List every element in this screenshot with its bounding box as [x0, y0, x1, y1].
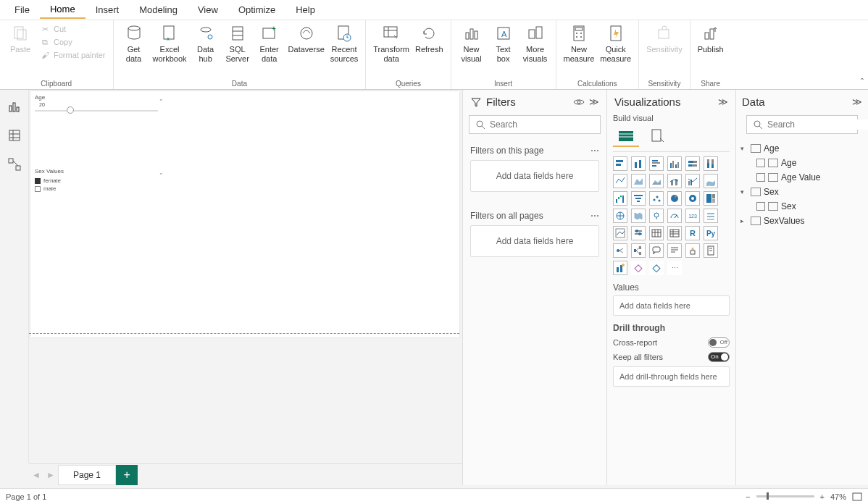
new-visual-button[interactable]: New visual [456, 22, 488, 65]
model-view-button[interactable] [5, 155, 24, 174]
menu-home[interactable]: Home [40, 1, 85, 19]
table-age[interactable]: ▾Age [740, 141, 864, 156]
menu-modeling[interactable]: Modeling [129, 1, 188, 18]
viz-qa[interactable] [649, 243, 664, 258]
text-box-button[interactable]: AText box [488, 22, 519, 65]
filters-on-page-drop[interactable]: Add data fields here [470, 160, 599, 192]
viz-clustered-bar[interactable] [649, 156, 664, 171]
viz-multi-row-card[interactable] [704, 209, 718, 223]
values-drop[interactable]: Add data fields here [613, 295, 730, 316]
drillthrough-drop[interactable]: Add drill-through fields here [613, 366, 730, 387]
viz-donut[interactable] [685, 191, 700, 206]
viz-scatter[interactable] [649, 191, 664, 206]
viz-area[interactable] [631, 174, 646, 188]
collapse-filters-icon[interactable]: ≫ [589, 96, 599, 107]
viz-line[interactable] [613, 174, 627, 188]
collapse-data-icon[interactable]: ≫ [852, 96, 862, 107]
add-page-button[interactable]: + [116, 465, 138, 485]
ribbon-collapse-button[interactable]: ˆ [861, 77, 864, 88]
filters-search-input[interactable] [490, 119, 598, 130]
cut-button[interactable]: ✂Cut [36, 23, 109, 36]
viz-waterfall[interactable] [613, 191, 627, 206]
more-icon[interactable]: ⋯ [591, 146, 599, 156]
viz-funnel[interactable] [631, 191, 646, 206]
menu-file[interactable]: File [4, 1, 40, 18]
chevron-down-icon[interactable]: ⌄ [159, 169, 164, 176]
more-icon[interactable]: ⋯ [591, 211, 599, 221]
enter-data-button[interactable]: +Enter data [254, 22, 285, 65]
viz-pie[interactable] [667, 191, 682, 206]
viz-metrics[interactable] [685, 243, 700, 258]
viz-power-apps[interactable] [613, 261, 627, 275]
viz-treemap[interactable] [704, 191, 718, 206]
viz-map[interactable] [613, 209, 627, 223]
collapse-viz-icon[interactable]: ≫ [718, 96, 728, 107]
viz-gauge[interactable] [667, 209, 682, 223]
checkbox[interactable] [756, 159, 765, 167]
paste-button[interactable]: Paste [4, 22, 36, 56]
checkbox[interactable] [756, 173, 765, 182]
refresh-button[interactable]: Refresh [412, 22, 446, 56]
chevron-down-icon[interactable]: ⌄ [159, 96, 164, 102]
filters-search[interactable] [469, 115, 601, 134]
viz-azure-map[interactable] [649, 209, 664, 223]
field-age-value[interactable]: Age Value [740, 170, 864, 185]
data-view-button[interactable] [5, 126, 24, 145]
viz-diamond-1[interactable] [631, 261, 646, 275]
field-age[interactable]: Age [740, 156, 864, 170]
copy-button[interactable]: ⧉Copy [36, 36, 109, 49]
data-search[interactable] [746, 115, 858, 134]
viz-paginated[interactable] [704, 243, 718, 258]
viz-line-stacked-column[interactable] [667, 174, 682, 188]
sensitivity-button[interactable]: Sensitivity [643, 22, 685, 56]
viz-table[interactable] [649, 226, 664, 240]
prev-page-button[interactable]: ◄ [29, 470, 43, 480]
table-sexvalues[interactable]: ▸SexValues [740, 214, 864, 228]
viz-stacked-column[interactable] [631, 156, 646, 171]
format-visual-mode[interactable] [645, 125, 671, 147]
menu-optimize[interactable]: Optimize [228, 1, 285, 18]
recent-sources-button[interactable]: Recent sources [327, 22, 362, 65]
viz-key-influencers[interactable] [613, 243, 627, 258]
viz-clustered-column[interactable] [667, 156, 682, 171]
excel-workbook-button[interactable]: xExcel workbook [150, 22, 190, 65]
viz-smart-narrative[interactable] [667, 243, 682, 258]
slider-thumb[interactable] [67, 106, 74, 114]
table-sex[interactable]: ▾Sex [740, 185, 864, 199]
field-sex[interactable]: Sex [740, 199, 864, 214]
quick-measure-button[interactable]: Quick measure [597, 22, 634, 65]
viz-stacked-bar[interactable] [613, 156, 627, 171]
checkbox-male[interactable] [35, 186, 41, 192]
data-hub-button[interactable]: Data hub [190, 22, 222, 65]
viz-more-button[interactable]: ⋯ [667, 261, 682, 275]
publish-button[interactable]: Publish [695, 22, 727, 56]
viz-card[interactable]: 123 [685, 209, 700, 223]
viz-stacked-area[interactable] [649, 174, 664, 188]
viz-diamond-2[interactable] [649, 261, 664, 275]
viz-r[interactable]: R [685, 226, 700, 240]
viz-100-stacked-bar[interactable] [685, 156, 700, 171]
viz-slicer[interactable] [631, 226, 646, 240]
format-painter-button[interactable]: 🖌Format painter [36, 49, 109, 62]
more-visuals-button[interactable]: More visuals [519, 22, 551, 65]
viz-ribbon[interactable] [704, 174, 718, 188]
viz-line-clustered-column[interactable] [685, 174, 700, 188]
viz-python[interactable]: Py [704, 226, 718, 240]
viz-matrix[interactable] [667, 226, 682, 240]
zoom-slider[interactable] [756, 495, 814, 497]
report-view-button[interactable] [5, 97, 24, 116]
new-measure-button[interactable]: New measure [561, 22, 598, 65]
cross-report-toggle[interactable]: Off [708, 337, 730, 348]
keep-filters-toggle[interactable]: On [708, 352, 730, 362]
menu-help[interactable]: Help [285, 1, 325, 18]
zoom-in-button[interactable]: + [820, 492, 825, 501]
page-tab-1[interactable]: Page 1 [58, 465, 116, 485]
eye-icon[interactable] [573, 98, 585, 106]
data-search-input[interactable] [767, 119, 868, 130]
zoom-out-button[interactable]: − [746, 492, 750, 501]
dataverse-button[interactable]: Dataverse [285, 22, 327, 56]
build-visual-mode[interactable] [613, 125, 639, 147]
age-slider[interactable] [35, 110, 158, 112]
viz-kpi[interactable] [613, 226, 627, 240]
get-data-button[interactable]: Get data [118, 22, 150, 65]
